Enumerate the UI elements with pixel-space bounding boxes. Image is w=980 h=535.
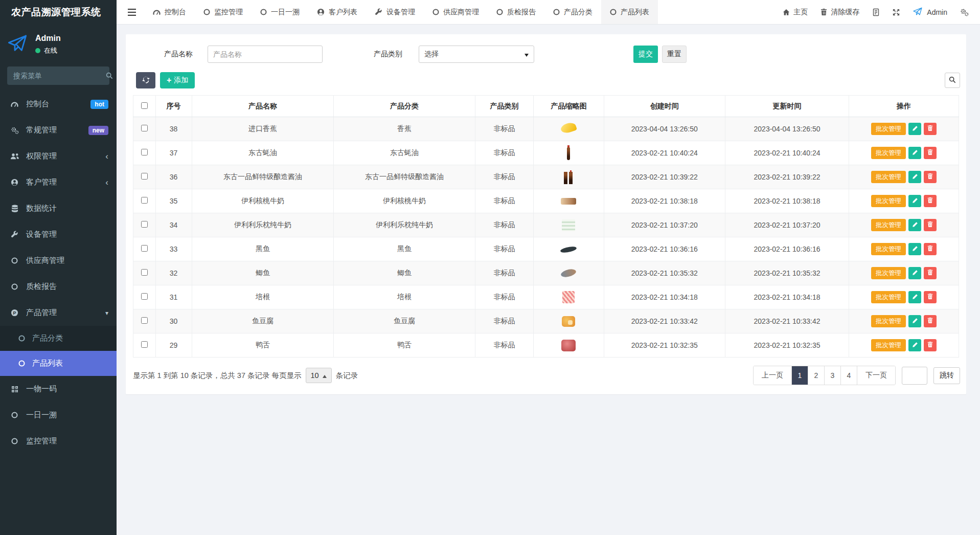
clear-cache-link[interactable]: 清除缓存	[821, 8, 859, 17]
per-page-select[interactable]: 10	[306, 368, 332, 383]
product-thumbnail-cell	[534, 213, 604, 237]
select-all-checkbox[interactable]	[141, 102, 148, 109]
row-checkbox[interactable]	[141, 221, 148, 228]
sidebar-item-supplier[interactable]: 供应商管理	[0, 248, 117, 274]
table-search-button[interactable]	[945, 73, 960, 88]
sidebar-subitem-product-category[interactable]: 产品分类	[0, 326, 117, 351]
jump-page-input[interactable]	[902, 367, 927, 385]
edit-button[interactable]	[908, 123, 921, 135]
edit-button[interactable]	[908, 315, 921, 327]
page-button-1[interactable]: 1	[792, 366, 808, 385]
sidebar-item-qc-report[interactable]: 质检报告	[0, 274, 117, 300]
sidebar-item-day-trace[interactable]: 一日一溯	[0, 402, 117, 428]
page-button-2[interactable]: 2	[808, 366, 825, 385]
log-document-icon[interactable]	[872, 8, 880, 16]
fullscreen-icon[interactable]	[893, 9, 900, 16]
batch-manage-button[interactable]: 批次管理	[871, 243, 906, 255]
reset-button[interactable]: 重置	[662, 46, 687, 63]
admin-user-menu[interactable]: Admin	[913, 7, 947, 18]
tab-label: 产品分类	[564, 8, 592, 17]
page-button-3[interactable]: 3	[825, 366, 841, 385]
delete-button[interactable]	[924, 267, 937, 279]
tab-product-category[interactable]: 产品分类	[544, 0, 601, 24]
row-checkbox[interactable]	[141, 173, 148, 180]
product-type-label: 产品类别	[374, 50, 402, 59]
sidebar-item-product[interactable]: P产品管理▾	[0, 300, 117, 326]
product-type-select[interactable]: 选择	[419, 46, 534, 63]
delete-button[interactable]	[924, 315, 937, 327]
tab-day-trace[interactable]: 一日一溯	[252, 0, 308, 24]
row-checkbox[interactable]	[141, 293, 148, 300]
sidebar-item-console[interactable]: 控制台hot	[0, 91, 117, 117]
sidebar-item-permission[interactable]: 权限管理‹	[0, 143, 117, 169]
delete-button[interactable]	[924, 219, 937, 231]
delete-button[interactable]	[924, 195, 937, 207]
sidebar-item-device[interactable]: 设备管理	[0, 221, 117, 248]
prev-page-button[interactable]: 上一页	[754, 366, 792, 385]
next-page-button[interactable]: 下一页	[857, 366, 895, 385]
batch-manage-button[interactable]: 批次管理	[871, 171, 906, 183]
delete-button[interactable]	[924, 291, 937, 303]
delete-button[interactable]	[924, 171, 937, 183]
edit-button[interactable]	[908, 171, 921, 183]
row-checkbox[interactable]	[141, 245, 148, 252]
row-checkbox[interactable]	[141, 149, 148, 155]
batch-manage-button[interactable]: 批次管理	[871, 219, 906, 231]
row-checkbox[interactable]	[141, 269, 148, 276]
sidebar-item-customer[interactable]: 客户管理‹	[0, 169, 117, 195]
tab-console[interactable]: 控制台	[144, 0, 195, 24]
home-link[interactable]: 主页	[783, 8, 808, 17]
delete-button[interactable]	[924, 339, 937, 351]
delete-button[interactable]	[924, 123, 937, 135]
sidebar-subitem-product-list[interactable]: 产品列表	[0, 351, 117, 376]
row-checkbox[interactable]	[141, 341, 148, 348]
add-button[interactable]: + 添加	[160, 72, 195, 88]
row-checkbox[interactable]	[141, 197, 148, 204]
search-icon[interactable]	[106, 72, 113, 79]
tab-customer-list[interactable]: 客户列表	[308, 0, 366, 24]
edit-button[interactable]	[908, 267, 921, 279]
actions-cell: 批次管理	[849, 309, 959, 333]
settings-gears-icon[interactable]	[960, 8, 969, 16]
row-checkbox[interactable]	[141, 317, 148, 324]
sidebar-item-label: 客户管理	[26, 177, 57, 187]
sidebar-item-general[interactable]: 常规管理new	[0, 117, 117, 143]
tab-supplier[interactable]: 供应商管理	[424, 0, 488, 24]
sidebar-item-one-code[interactable]: 一物一码	[0, 376, 117, 402]
column-header: 操作	[849, 96, 959, 117]
tab-monitor[interactable]: 监控管理	[195, 0, 252, 24]
edit-button[interactable]	[908, 339, 921, 351]
product-thumbnail	[560, 193, 577, 209]
tab-product-list[interactable]: 产品列表	[601, 0, 658, 24]
sidebar-toggle-hamburger-icon[interactable]	[117, 0, 144, 24]
batch-manage-button[interactable]: 批次管理	[871, 315, 906, 327]
edit-button[interactable]	[908, 195, 921, 207]
edit-button[interactable]	[908, 219, 921, 231]
edit-button[interactable]	[908, 291, 921, 303]
batch-manage-button[interactable]: 批次管理	[871, 267, 906, 279]
delete-button[interactable]	[924, 243, 937, 255]
page-button-4[interactable]: 4	[841, 366, 857, 385]
table-header-row: 序号产品名称产品分类产品类别产品缩略图创建时间更新时间操作	[133, 96, 959, 117]
sidebar-item-monitor[interactable]: 监控管理	[0, 428, 117, 454]
row-checkbox[interactable]	[141, 125, 148, 131]
menu-search-input[interactable]	[13, 72, 106, 80]
refresh-button[interactable]	[136, 72, 155, 88]
batch-manage-button[interactable]: 批次管理	[871, 147, 906, 159]
row-select-cell	[133, 285, 156, 309]
jump-button[interactable]: 跳转	[933, 367, 960, 384]
batch-manage-button[interactable]: 批次管理	[871, 291, 906, 303]
product-name-input[interactable]	[208, 46, 323, 63]
edit-button[interactable]	[908, 243, 921, 255]
sidebar-item-stats[interactable]: 数据统计	[0, 195, 117, 221]
tab-device[interactable]: 设备管理	[366, 0, 424, 24]
batch-manage-button[interactable]: 批次管理	[871, 195, 906, 207]
edit-button[interactable]	[908, 147, 921, 159]
tab-qc-report[interactable]: 质检报告	[488, 0, 544, 24]
actions-cell: 批次管理	[849, 165, 959, 189]
delete-button[interactable]	[924, 147, 937, 159]
batch-manage-button[interactable]: 批次管理	[871, 339, 906, 351]
product-thumbnail	[560, 169, 577, 185]
batch-manage-button[interactable]: 批次管理	[871, 123, 906, 135]
submit-button[interactable]: 提交	[633, 46, 658, 63]
